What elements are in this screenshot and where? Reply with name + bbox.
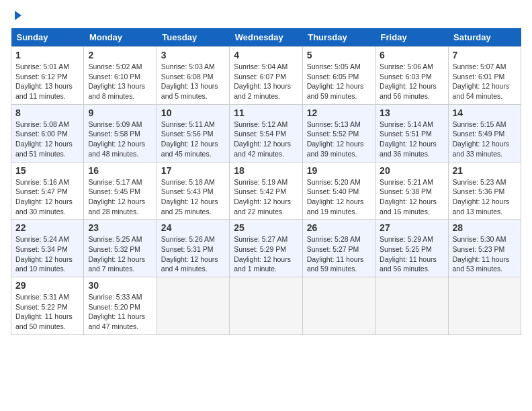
day-info: Sunrise: 5:14 AMSunset: 5:51 PMDaylight:… [380,120,443,159]
col-header-saturday: Saturday [448,28,521,47]
calendar-cell: 8Sunrise: 5:08 AMSunset: 6:00 PMDaylight… [11,104,84,162]
day-number: 18 [234,165,298,176]
calendar-cell: 1Sunrise: 5:01 AMSunset: 6:12 PMDaylight… [11,47,84,105]
day-number: 8 [15,107,79,118]
calendar-week-row: 22Sunrise: 5:24 AMSunset: 5:34 PMDayligh… [11,220,521,277]
page-header [11,11,521,20]
logo-arrow-icon [15,11,21,20]
day-number: 7 [453,50,517,60]
calendar-cell: 19Sunrise: 5:20 AMSunset: 5:40 PMDayligh… [302,162,375,220]
day-info: Sunrise: 5:21 AMSunset: 5:38 PMDaylight:… [380,177,443,217]
day-info: Sunrise: 5:04 AMSunset: 6:07 PMDaylight:… [234,62,298,101]
calendar-cell: 28Sunrise: 5:30 AMSunset: 5:23 PMDayligh… [448,220,521,277]
calendar-cell: 24Sunrise: 5:26 AMSunset: 5:31 PMDayligh… [157,220,229,277]
calendar-cell: 17Sunrise: 5:18 AMSunset: 5:43 PMDayligh… [157,162,229,220]
day-number: 10 [161,107,225,118]
day-info: Sunrise: 5:19 AMSunset: 5:42 PMDaylight:… [234,177,298,217]
day-info: Sunrise: 5:33 AMSunset: 5:20 PMDaylight:… [88,292,152,332]
day-info: Sunrise: 5:06 AMSunset: 6:03 PMDaylight:… [380,62,443,101]
day-info: Sunrise: 5:01 AMSunset: 6:12 PMDaylight:… [15,62,79,101]
calendar-cell: 5Sunrise: 5:05 AMSunset: 6:05 PMDaylight… [302,47,375,105]
calendar-cell: 27Sunrise: 5:29 AMSunset: 5:25 PMDayligh… [375,220,448,277]
calendar-cell: 21Sunrise: 5:23 AMSunset: 5:36 PMDayligh… [448,162,521,220]
day-number: 4 [234,50,298,60]
calendar-cell [230,277,302,335]
day-number: 26 [307,222,371,233]
calendar-table: SundayMondayTuesdayWednesdayThursdayFrid… [11,28,521,335]
day-number: 15 [15,165,79,176]
day-info: Sunrise: 5:03 AMSunset: 6:08 PMDaylight:… [161,62,225,101]
day-info: Sunrise: 5:05 AMSunset: 6:05 PMDaylight:… [307,62,371,101]
day-info: Sunrise: 5:18 AMSunset: 5:43 PMDaylight:… [161,177,225,217]
col-header-sunday: Sunday [11,28,84,47]
calendar-cell: 13Sunrise: 5:14 AMSunset: 5:51 PMDayligh… [375,104,448,162]
calendar-cell: 29Sunrise: 5:31 AMSunset: 5:22 PMDayligh… [11,277,84,335]
calendar-cell [448,277,521,335]
day-info: Sunrise: 5:26 AMSunset: 5:31 PMDaylight:… [161,234,225,274]
day-number: 13 [380,107,443,118]
calendar-cell [302,277,375,335]
calendar-week-row: 29Sunrise: 5:31 AMSunset: 5:22 PMDayligh… [11,277,521,335]
day-info: Sunrise: 5:07 AMSunset: 6:01 PMDaylight:… [453,62,517,101]
calendar-cell [375,277,448,335]
day-info: Sunrise: 5:29 AMSunset: 5:25 PMDaylight:… [380,234,443,274]
day-info: Sunrise: 5:16 AMSunset: 5:47 PMDaylight:… [15,177,79,217]
calendar-cell: 11Sunrise: 5:12 AMSunset: 5:54 PMDayligh… [230,104,302,162]
day-number: 28 [453,222,517,233]
day-number: 6 [380,50,443,60]
day-info: Sunrise: 5:09 AMSunset: 5:58 PMDaylight:… [88,120,152,159]
col-header-thursday: Thursday [302,28,375,47]
calendar-cell: 2Sunrise: 5:02 AMSunset: 6:10 PMDaylight… [84,47,157,105]
col-header-friday: Friday [375,28,448,47]
day-info: Sunrise: 5:31 AMSunset: 5:22 PMDaylight:… [15,292,79,332]
day-info: Sunrise: 5:28 AMSunset: 5:27 PMDaylight:… [307,234,371,274]
col-header-tuesday: Tuesday [157,28,229,47]
calendar-cell: 30Sunrise: 5:33 AMSunset: 5:20 PMDayligh… [84,277,157,335]
calendar-cell: 4Sunrise: 5:04 AMSunset: 6:07 PMDaylight… [230,47,302,105]
day-number: 22 [15,222,79,233]
calendar-week-row: 15Sunrise: 5:16 AMSunset: 5:47 PMDayligh… [11,162,521,220]
day-info: Sunrise: 5:17 AMSunset: 5:45 PMDaylight:… [88,177,152,217]
day-info: Sunrise: 5:30 AMSunset: 5:23 PMDaylight:… [453,234,517,274]
day-info: Sunrise: 5:02 AMSunset: 6:10 PMDaylight:… [88,62,152,101]
day-number: 1 [15,50,79,60]
col-header-wednesday: Wednesday [230,28,302,47]
calendar-cell: 22Sunrise: 5:24 AMSunset: 5:34 PMDayligh… [11,220,84,277]
day-number: 14 [453,107,517,118]
calendar-cell: 18Sunrise: 5:19 AMSunset: 5:42 PMDayligh… [230,162,302,220]
day-number: 30 [88,280,152,291]
day-number: 2 [88,50,152,60]
day-info: Sunrise: 5:25 AMSunset: 5:32 PMDaylight:… [88,234,152,274]
day-number: 25 [234,222,298,233]
calendar-week-row: 8Sunrise: 5:08 AMSunset: 6:00 PMDaylight… [11,104,521,162]
day-number: 19 [307,165,371,176]
day-number: 29 [15,280,79,291]
calendar-cell: 15Sunrise: 5:16 AMSunset: 5:47 PMDayligh… [11,162,84,220]
day-info: Sunrise: 5:23 AMSunset: 5:36 PMDaylight:… [453,177,517,217]
day-number: 5 [307,50,371,60]
calendar-cell: 7Sunrise: 5:07 AMSunset: 6:01 PMDaylight… [448,47,521,105]
day-number: 20 [380,165,443,176]
day-number: 16 [88,165,152,176]
day-info: Sunrise: 5:08 AMSunset: 6:00 PMDaylight:… [15,120,79,159]
day-info: Sunrise: 5:27 AMSunset: 5:29 PMDaylight:… [234,234,298,274]
calendar-cell: 14Sunrise: 5:15 AMSunset: 5:49 PMDayligh… [448,104,521,162]
day-number: 23 [88,222,152,233]
day-info: Sunrise: 5:12 AMSunset: 5:54 PMDaylight:… [234,120,298,159]
day-number: 3 [161,50,225,60]
calendar-cell: 25Sunrise: 5:27 AMSunset: 5:29 PMDayligh… [230,220,302,277]
day-info: Sunrise: 5:15 AMSunset: 5:49 PMDaylight:… [453,120,517,159]
calendar-cell: 20Sunrise: 5:21 AMSunset: 5:38 PMDayligh… [375,162,448,220]
logo [11,11,21,20]
day-number: 17 [161,165,225,176]
day-number: 9 [88,107,152,118]
calendar-cell: 23Sunrise: 5:25 AMSunset: 5:32 PMDayligh… [84,220,157,277]
day-number: 21 [453,165,517,176]
calendar-cell: 26Sunrise: 5:28 AMSunset: 5:27 PMDayligh… [302,220,375,277]
calendar-cell: 16Sunrise: 5:17 AMSunset: 5:45 PMDayligh… [84,162,157,220]
day-info: Sunrise: 5:24 AMSunset: 5:34 PMDaylight:… [15,234,79,274]
calendar-cell: 12Sunrise: 5:13 AMSunset: 5:52 PMDayligh… [302,104,375,162]
day-info: Sunrise: 5:13 AMSunset: 5:52 PMDaylight:… [307,120,371,159]
day-info: Sunrise: 5:11 AMSunset: 5:56 PMDaylight:… [161,120,225,159]
day-info: Sunrise: 5:20 AMSunset: 5:40 PMDaylight:… [307,177,371,217]
